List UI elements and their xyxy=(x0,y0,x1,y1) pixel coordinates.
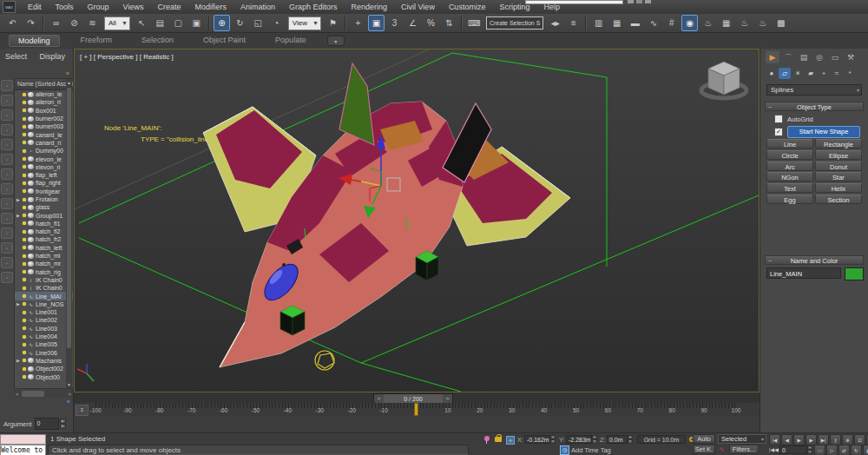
visibility-bulb-icon[interactable] xyxy=(23,189,26,193)
angle-snap-toggle[interactable]: ∠ xyxy=(404,15,421,31)
go-to-start-button[interactable]: |◀ xyxy=(769,434,780,445)
align-button[interactable]: ≡ xyxy=(565,15,582,31)
autogrid-checkbox[interactable] xyxy=(774,115,783,123)
visibility-bulb-icon[interactable] xyxy=(23,238,26,241)
list-item-box001[interactable]: Box001 xyxy=(15,107,73,115)
visibility-bulb-icon[interactable] xyxy=(23,149,26,153)
explorer-bottom-chevron[interactable]: » xyxy=(67,398,70,406)
list-item-dummy00[interactable]: ▫Dummy00 xyxy=(15,147,73,155)
current-frame-field[interactable]: 0 xyxy=(779,445,807,454)
green-cube-2[interactable] xyxy=(416,251,438,280)
object-name-field[interactable]: Line_MAIN xyxy=(766,267,841,279)
curve-editor-button[interactable]: ∿ xyxy=(645,15,661,31)
expand-arrow[interactable]: ▶ xyxy=(16,213,21,218)
list-item-hatch-left[interactable]: hatch_left xyxy=(15,244,73,252)
visibility-bulb-icon[interactable] xyxy=(23,294,26,298)
menu-tools[interactable]: Tools xyxy=(49,0,81,14)
display-bones-icon[interactable]: ◦ xyxy=(1,242,13,254)
list-item-line003[interactable]: ∿Line003 xyxy=(15,325,73,333)
visibility-bulb-icon[interactable] xyxy=(23,287,26,290)
display-lights-icon[interactable]: ◦ xyxy=(1,154,13,165)
create-text-button[interactable]: Text xyxy=(766,183,813,193)
ribbon-tab-selection[interactable]: Selection xyxy=(133,35,182,47)
display-xrefs-icon[interactable]: ◦ xyxy=(1,228,13,239)
visibility-bulb-icon[interactable] xyxy=(23,326,26,330)
activeshade-button[interactable]: ▩ xyxy=(773,15,789,31)
tab-motion[interactable]: ◎ xyxy=(812,51,826,63)
isolate-selection-icon[interactable] xyxy=(484,436,490,441)
tab-utilities[interactable]: ⚒ xyxy=(844,51,858,63)
category-shapes[interactable]: ▱ xyxy=(779,68,791,79)
create-rectangle-button[interactable]: Rectangle xyxy=(815,139,862,148)
argument-value-field[interactable]: 0 xyxy=(35,418,59,430)
menu-rendering[interactable]: Rendering xyxy=(345,0,395,14)
category-systems[interactable]: * xyxy=(844,68,856,79)
list-item-burner002[interactable]: burner002 xyxy=(15,115,73,122)
list-item-hatch-fl1[interactable]: hatch_fl1 xyxy=(15,220,73,228)
create-arc-button[interactable]: Arc xyxy=(766,162,813,171)
list-item-line002[interactable]: ∿Line002 xyxy=(15,316,73,324)
visibility-bulb-icon[interactable] xyxy=(23,335,26,339)
create-line-button[interactable]: Line xyxy=(766,139,813,148)
list-item-machanis[interactable]: ▶Machanis xyxy=(15,357,73,365)
ribbon-tab-modeling[interactable]: Modeling xyxy=(9,35,60,47)
toggle-scene-explorer-button[interactable]: ▥ xyxy=(590,15,607,31)
display-invert-icon[interactable]: ◦ xyxy=(1,109,13,121)
visibility-bulb-icon[interactable] xyxy=(23,351,26,354)
menu-graph-editors[interactable]: Graph Editors xyxy=(282,0,345,14)
rectangular-selection-region-button[interactable]: ▢ xyxy=(170,15,187,31)
visibility-bulb-icon[interactable] xyxy=(23,230,26,234)
visibility-bulb-icon[interactable] xyxy=(23,133,26,136)
expand-arrow[interactable]: ▶ xyxy=(16,358,21,363)
visibility-bulb-icon[interactable] xyxy=(23,181,26,185)
name-and-color-rollout-header[interactable]: −Name and Color xyxy=(765,255,864,265)
display-groups-icon[interactable]: ◦ xyxy=(1,213,13,224)
window-crossing-toggle[interactable]: ▣ xyxy=(188,15,205,31)
material-editor-button[interactable]: ◉ xyxy=(681,15,698,31)
tab-modify[interactable]: ⌒ xyxy=(781,51,795,63)
spinner-snap-toggle[interactable]: ⇅ xyxy=(441,15,457,31)
schematic-view-button[interactable]: # xyxy=(663,15,680,31)
display-none-icon[interactable]: ◦ xyxy=(1,95,13,106)
application-logo[interactable]: MAX xyxy=(3,1,16,13)
list-item-ik-chain0[interactable]: ≀IK Chain0 xyxy=(15,284,73,292)
visibility-bulb-icon[interactable] xyxy=(23,165,26,168)
visibility-bulb-icon[interactable] xyxy=(23,141,26,144)
use-pivot-point-center-button[interactable]: ▣ xyxy=(368,15,385,31)
visibility-bulb-icon[interactable] xyxy=(23,221,26,225)
visibility-bulb-icon[interactable] xyxy=(23,109,26,112)
next-frame-arrow[interactable]: > xyxy=(443,394,452,403)
display-space-warps-icon[interactable]: ◦ xyxy=(1,198,13,209)
argument-spinner[interactable]: ▲▼ xyxy=(60,419,66,429)
render-production-button[interactable]: ♨ xyxy=(736,15,753,31)
selection-filter-dropdown[interactable]: All▼ xyxy=(104,16,130,30)
field-of-view-button[interactable]: ▷ xyxy=(826,445,838,455)
explorer-tab-display[interactable]: Display xyxy=(35,49,71,63)
visibility-bulb-icon[interactable] xyxy=(23,246,26,249)
mini-curve-editor-button[interactable]: ≡ xyxy=(76,405,89,416)
current-frame-marker[interactable] xyxy=(414,403,418,416)
track-bar[interactable]: ≡ -100-90-80-70-60-50-40-30-20-101020304… xyxy=(74,403,760,416)
select-and-move-button[interactable]: ⊕ xyxy=(214,15,230,31)
visibility-bulb-icon[interactable] xyxy=(23,254,26,258)
select-and-rotate-button[interactable]: ↻ xyxy=(232,15,248,31)
mirror-button[interactable]: ◂▸ xyxy=(547,15,563,31)
explorer-vertical-scrollbar[interactable]: ▲ ▼ xyxy=(66,79,72,388)
visibility-bulb-icon[interactable] xyxy=(23,198,26,201)
display-geometry-icon[interactable]: ◦ xyxy=(1,124,13,135)
list-item-canard-le[interactable]: canard_le xyxy=(15,130,73,138)
list-item-line006[interactable]: ∿Line006 xyxy=(15,349,73,357)
list-item-line001[interactable]: ∿Line001 xyxy=(15,308,73,316)
create-circle-button[interactable]: Circle xyxy=(766,150,813,160)
list-item-hatch-ml[interactable]: hatch_ml xyxy=(15,252,73,260)
ribbon-tab-object-paint[interactable]: Object Paint xyxy=(194,35,254,47)
start-new-shape-checkbox[interactable]: ✓ xyxy=(774,128,783,136)
selection-lock-toggle[interactable] xyxy=(495,437,502,442)
visibility-bulb-icon[interactable] xyxy=(23,101,26,104)
visibility-bulb-icon[interactable] xyxy=(23,214,26,217)
visibility-bulb-icon[interactable] xyxy=(23,319,26,322)
previous-frame-arrow[interactable]: < xyxy=(374,394,384,403)
lock-cell-editing-icon[interactable]: ◦ xyxy=(1,272,13,283)
list-item-hatch-fr2[interactable]: hatch_fr2 xyxy=(15,235,73,243)
viewcube[interactable] xyxy=(701,62,746,98)
